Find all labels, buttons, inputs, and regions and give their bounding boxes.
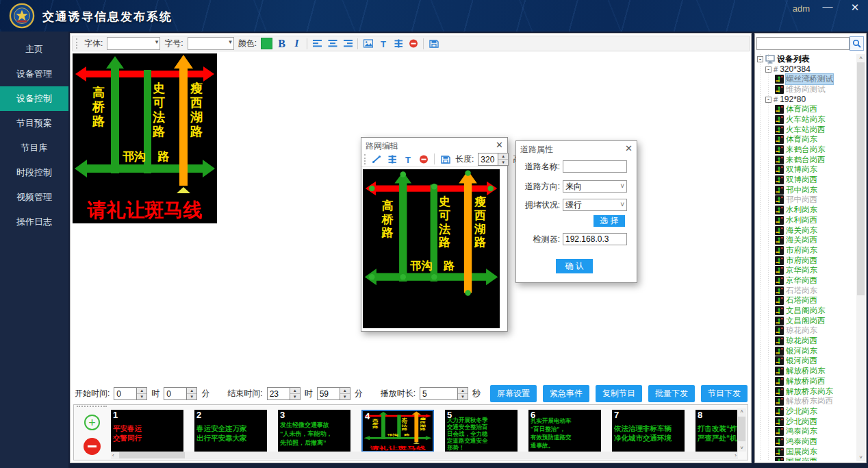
font-select[interactable]	[107, 37, 160, 50]
dialog-titlebar[interactable]: 路网编辑 ✕	[361, 138, 507, 151]
tree-device-1-16[interactable]: 京华岗东	[775, 265, 855, 275]
sidebar-item-1[interactable]: 设备管理	[0, 62, 68, 86]
playlist-item-1[interactable]: 平安春运交警同行1	[111, 410, 183, 452]
road-handle-dot[interactable]	[400, 274, 407, 280]
start-minute-stepper[interactable]: 0▲▼	[164, 387, 197, 400]
line-icon[interactable]	[370, 153, 382, 165]
tree-device-1-15[interactable]: 市府岗西	[775, 256, 855, 266]
tree-device-1-35[interactable]: 国展岗西	[775, 457, 855, 462]
sidebar-item-2[interactable]: 设备控制	[0, 86, 68, 111]
road-handle-dot[interactable]	[431, 184, 437, 189]
detector-field[interactable]: 192.168.0.3	[563, 233, 627, 245]
sidebar-item-5[interactable]: 时段控制	[0, 160, 68, 185]
road-handle-dot[interactable]	[400, 171, 407, 177]
align-center-icon[interactable]	[327, 38, 338, 49]
tree-device-1-31[interactable]: 沙北岗西	[775, 417, 855, 427]
tree-device-1-17[interactable]: 京华岗西	[775, 275, 855, 286]
scroll-right-icon[interactable]: ›	[735, 452, 737, 459]
length-stepper[interactable]: 320▲▼	[478, 153, 509, 166]
congestion-select[interactable]: 缓行	[563, 199, 627, 211]
tree-device-1-21[interactable]: 文昌阁岗西	[775, 316, 855, 326]
dialog-titlebar[interactable]: 道路属性 ✕	[516, 141, 637, 155]
toolbar-grip[interactable]	[76, 38, 79, 49]
dialog-close-icon[interactable]: ✕	[625, 143, 633, 153]
scroll-down-icon[interactable]: ˅	[737, 445, 746, 452]
sidebar-item-7[interactable]: 操作日志	[0, 210, 68, 234]
tree-device-1-19[interactable]: 石塔岗西	[775, 296, 855, 306]
tree-device-1-3[interactable]: 体育岗东	[775, 135, 855, 145]
road-icon[interactable]	[386, 153, 398, 165]
align-right-icon[interactable]	[342, 38, 353, 49]
road-name-field[interactable]	[563, 160, 627, 173]
search-button[interactable]	[850, 36, 864, 51]
playlist-h-scrollbar[interactable]: ‹ ›	[111, 452, 738, 459]
scroll-left-icon[interactable]: ‹	[112, 452, 114, 459]
italic-icon[interactable]: I	[291, 38, 303, 49]
road-handle-dot[interactable]	[487, 186, 494, 191]
text-icon[interactable]: T	[402, 153, 413, 165]
tree-device-1-10[interactable]: 水利岗东	[775, 205, 855, 215]
tree-device-1-0[interactable]: 体育岗西	[775, 104, 855, 114]
sidebar-item-3[interactable]: 节目预案	[0, 111, 68, 136]
playlist-item-3[interactable]: 发生轻微交通事故“人未伤，车能动，先拍照，后撤离”3	[278, 410, 350, 452]
collapse-icon[interactable]: -	[765, 66, 771, 73]
tree-device-1-18[interactable]: 石塔岗东	[775, 286, 855, 296]
playlist-grip[interactable]	[77, 406, 107, 409]
close-icon[interactable]: ✕	[847, 1, 863, 14]
road-network-canvas[interactable]: 高桥路史可法路瘦西湖路邗沟路	[363, 169, 500, 328]
playlist-v-scrollbar[interactable]: ˄ ˅	[737, 408, 746, 452]
playlist-item-2[interactable]: 春运安全连万家出行平安靠大家2	[194, 410, 267, 452]
road-handle-dot[interactable]	[431, 274, 437, 280]
road-handle-dot[interactable]	[369, 274, 375, 280]
collapse-icon[interactable]: -	[757, 56, 763, 62]
delete-icon[interactable]	[418, 153, 429, 165]
tree-device-1-25[interactable]: 银河岗西	[775, 356, 855, 367]
tree-device-1-13[interactable]: 海关岗西	[775, 235, 855, 245]
tree-device-1-32[interactable]: 鸿泰岗东	[775, 426, 855, 436]
delete-icon[interactable]	[407, 38, 419, 49]
action-button-0[interactable]: 屏幕设置	[490, 385, 537, 402]
start-hour-stepper[interactable]: 0▲▼	[114, 387, 147, 400]
action-button-3[interactable]: 批量下发	[648, 385, 695, 402]
road-direction-select[interactable]: 来向	[563, 180, 627, 193]
toolbar-grip[interactable]	[364, 154, 366, 164]
led-sign-preview[interactable]: 高桥路史可法路瘦西湖路邗沟路请礼让斑马线	[73, 53, 217, 223]
tree-device-1-33[interactable]: 鸿泰岗西	[775, 436, 855, 447]
confirm-button[interactable]: 确 认	[556, 259, 593, 273]
device-tree-scrollbar[interactable]: ˄ ˅	[856, 54, 865, 461]
tree-device-1-8[interactable]: 邗中岗东	[775, 185, 855, 195]
sidebar-item-0[interactable]: 主页	[0, 37, 68, 62]
sidebar-item-4[interactable]: 节目库	[0, 136, 68, 160]
save-icon[interactable]	[428, 38, 439, 49]
road-icon[interactable]	[392, 38, 404, 49]
scroll-up-icon[interactable]: ˄	[856, 54, 865, 62]
tree-device-1-20[interactable]: 文昌阁岗东	[775, 306, 855, 316]
sidebar-item-6[interactable]: 视频管理	[0, 185, 68, 210]
road-handle-dot[interactable]	[465, 290, 471, 295]
remove-program-button[interactable]	[84, 438, 101, 455]
scroll-up-icon[interactable]: ˄	[737, 408, 746, 415]
tree-device-1-6[interactable]: 双博岗东	[775, 165, 855, 175]
tree-device-1-23[interactable]: 琼花岗西	[775, 336, 855, 346]
tree-group-192*80[interactable]: -#192*80	[765, 95, 855, 105]
tree-device-1-24[interactable]: 银河岗东	[775, 346, 855, 356]
road-handle-dot[interactable]	[465, 170, 471, 175]
tree-group-320*384[interactable]: -#320*384	[765, 64, 855, 75]
playlist-item-5[interactable]: 大力开展秋冬季交通安全整治百日会战，全力稳定道路交通安全形势！5	[445, 410, 518, 452]
font-size-select[interactable]	[188, 37, 234, 50]
end-hour-stepper[interactable]: 23▲▼	[267, 387, 301, 400]
tree-device-1-22[interactable]: 琼花岗东	[775, 326, 855, 336]
select-button[interactable]: 选 择	[593, 215, 625, 227]
tree-device-1-7[interactable]: 双博岗西	[775, 175, 855, 185]
image-icon[interactable]	[362, 38, 374, 49]
scroll-down-icon[interactable]: ˅	[856, 454, 865, 461]
tree-root[interactable]: -设备列表	[757, 54, 855, 64]
tree-device-1-9[interactable]: 邗中岗西	[775, 195, 855, 206]
tree-device-1-4[interactable]: 来鹤台岗东	[775, 145, 855, 155]
tree-device-0-1[interactable]: 维扬岗测试	[775, 84, 855, 95]
bold-icon[interactable]: B	[276, 38, 288, 49]
tree-device-1-1[interactable]: 火车站岗东	[775, 114, 855, 125]
tree-device-1-27[interactable]: 解放桥岗西	[775, 376, 855, 386]
minimize-icon[interactable]: —	[820, 0, 835, 12]
align-left-icon[interactable]	[311, 38, 323, 49]
